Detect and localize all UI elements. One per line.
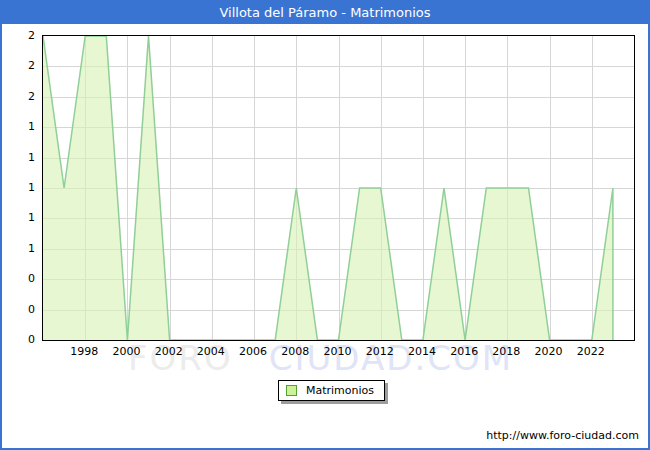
y-tick-label: 1 (2, 151, 35, 164)
chart-window: Villota del Páramo - Matrimonios FOROCIU… (0, 0, 650, 450)
x-tick-label: 2014 (402, 345, 442, 358)
legend-label: Matrimonios (306, 384, 374, 397)
y-tick-label: 0 (2, 303, 35, 316)
x-tick-label: 2012 (360, 345, 400, 358)
plot-area (42, 35, 635, 341)
x-tick-label: 1998 (64, 345, 104, 358)
x-tick-label: 2020 (529, 345, 569, 358)
x-tick-label: 2008 (275, 345, 315, 358)
page-title: Villota del Páramo - Matrimonios (219, 5, 430, 20)
title-bar: Villota del Páramo - Matrimonios (2, 2, 648, 24)
footer-url: http://www.foro-ciudad.com (486, 429, 639, 442)
y-tick-label: 1 (2, 120, 35, 133)
watermark: FOROCIUDAD.COM (128, 338, 513, 378)
x-tick-label: 2016 (444, 345, 484, 358)
x-tick-label: 2004 (191, 345, 231, 358)
watermark-part2: CIUDAD.COM (269, 338, 513, 378)
y-tick-label: 0 (2, 333, 35, 346)
x-tick-label: 2018 (486, 345, 526, 358)
x-tick-label: 2022 (571, 345, 611, 358)
legend: Matrimonios (278, 380, 385, 401)
legend-swatch-icon (286, 385, 297, 396)
x-tick-label: 2002 (149, 345, 189, 358)
y-tick-label: 2 (2, 90, 35, 103)
y-tick-label: 1 (2, 242, 35, 255)
y-tick-label: 1 (2, 181, 35, 194)
area-series-svg (43, 36, 634, 340)
y-tick-label: 2 (2, 59, 35, 72)
x-tick-label: 2000 (106, 345, 146, 358)
y-tick-label: 1 (2, 211, 35, 224)
y-tick-label: 0 (2, 272, 35, 285)
watermark-part1: FORO (128, 338, 233, 378)
x-tick-label: 2006 (233, 345, 273, 358)
y-tick-label: 2 (2, 29, 35, 42)
x-tick-label: 2010 (318, 345, 358, 358)
